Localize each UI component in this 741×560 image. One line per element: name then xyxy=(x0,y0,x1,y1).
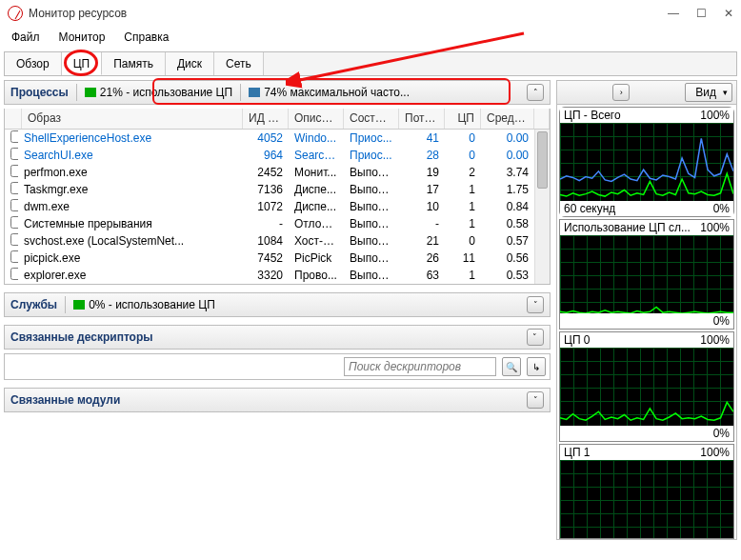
tab-network[interactable]: Сеть xyxy=(214,52,264,75)
table-row[interactable]: svchost.exe (LocalSystemNet...1084Хост-п… xyxy=(5,232,550,250)
col-image[interactable]: Образ xyxy=(22,109,243,129)
table-row[interactable]: ShellExperienceHost.exe4052Windo... Прио… xyxy=(5,130,550,147)
row-checkbox[interactable] xyxy=(10,182,18,194)
minimize-button[interactable]: — xyxy=(668,7,679,20)
services-title: Службы xyxy=(10,298,57,311)
table-row[interactable]: perfmon.exe2452Монит... Выпол...1923.74 xyxy=(5,164,550,181)
cpu-usage-chip: 21% - использование ЦП xyxy=(85,86,232,99)
titlebar: Монитор ресурсов — ☐ ✕ xyxy=(0,0,741,27)
expand-services-icon[interactable]: ˅ xyxy=(527,296,544,313)
processes-header[interactable]: Процессы 21% - использование ЦП 74% макс… xyxy=(4,80,551,105)
expand-handles-icon[interactable]: ˅ xyxy=(527,329,544,346)
col-pid[interactable]: ИД п... xyxy=(243,109,289,129)
menu-file[interactable]: Файл xyxy=(4,29,48,46)
tab-cpu[interactable]: ЦП xyxy=(62,52,103,75)
tab-disk[interactable]: Диск xyxy=(166,52,214,75)
scrollbar[interactable] xyxy=(534,130,550,284)
handles-search-row: 🔍 ↳ xyxy=(4,353,551,380)
menu-monitor[interactable]: Монитор xyxy=(51,29,113,46)
table-row[interactable]: Taskmgr.exe7136Диспе... Выпол...1711.75 xyxy=(5,181,550,198)
graph-0: ЦП - Всего100% 60 секунд0% xyxy=(559,107,734,217)
search-go-icon[interactable]: ↳ xyxy=(527,357,546,376)
table-row[interactable]: dwm.exe1072Диспе... Выпол...1010.84 xyxy=(5,198,550,215)
table-row[interactable]: explorer.exe3320Прово... Выпол...6310.53 xyxy=(5,267,550,284)
modules-header[interactable]: Связанные модули ˅ xyxy=(4,388,551,412)
menu-help[interactable]: Справка xyxy=(116,29,176,46)
services-chip: 0% - использование ЦП xyxy=(73,298,215,311)
collapse-graphs-icon[interactable]: › xyxy=(612,84,630,101)
processes-table: Образ ИД п... Описа... Состоя... Потоки … xyxy=(4,109,551,285)
maximize-button[interactable]: ☐ xyxy=(696,7,707,20)
graph-2: ЦП 0100% 0% xyxy=(559,331,734,442)
row-checkbox[interactable] xyxy=(10,216,18,229)
window-title: Монитор ресурсов xyxy=(29,7,127,20)
graphs-header: › Вид xyxy=(556,80,737,105)
graph-1: Использование ЦП сл...100% 0% xyxy=(559,219,734,330)
col-desc[interactable]: Описа... xyxy=(289,109,344,129)
row-checkbox[interactable] xyxy=(10,148,18,160)
view-button[interactable]: Вид xyxy=(685,83,732,102)
tabs: Обзор ЦП Память Диск Сеть xyxy=(4,51,737,76)
col-avg[interactable]: Средн... xyxy=(481,109,534,129)
col-cpu[interactable]: ЦП xyxy=(445,109,481,129)
app-icon xyxy=(8,6,23,21)
row-checkbox[interactable] xyxy=(10,250,18,263)
tab-overview[interactable]: Обзор xyxy=(5,52,62,75)
handles-title: Связанные дескрипторы xyxy=(10,330,153,344)
table-row[interactable]: SearchUI.exe964Search ... Приос...2800.0… xyxy=(5,147,550,164)
col-status[interactable]: Состоя... xyxy=(344,109,399,129)
tab-memory[interactable]: Память xyxy=(102,52,166,75)
search-input[interactable] xyxy=(344,357,496,376)
modules-title: Связанные модули xyxy=(10,393,120,407)
handles-header[interactable]: Связанные дескрипторы ˅ xyxy=(4,325,551,350)
row-checkbox[interactable] xyxy=(10,130,18,143)
table-row[interactable]: picpick.exe7452PicPick Выпол...26110.56 xyxy=(5,250,550,267)
col-threads[interactable]: Потоки xyxy=(399,109,445,129)
expand-modules-icon[interactable]: ˅ xyxy=(527,391,544,409)
search-icon[interactable]: 🔍 xyxy=(502,357,521,376)
row-checkbox[interactable] xyxy=(10,199,18,211)
collapse-processes-icon[interactable]: ˄ xyxy=(527,84,544,101)
table-row[interactable]: Системные прерывания-Отлож... Выпол...-1… xyxy=(5,215,550,232)
freq-chip: 74% максимальной часто... xyxy=(249,86,410,99)
row-checkbox[interactable] xyxy=(10,233,18,246)
graph-3: ЦП 1100% xyxy=(559,444,734,539)
menubar: Файл Монитор Справка xyxy=(0,27,741,48)
row-checkbox[interactable] xyxy=(10,165,18,177)
close-button[interactable]: ✕ xyxy=(724,7,733,20)
processes-title: Процессы xyxy=(10,86,69,99)
table-header: Образ ИД п... Описа... Состоя... Потоки … xyxy=(5,109,550,130)
row-checkbox[interactable] xyxy=(10,268,18,280)
services-header[interactable]: Службы 0% - использование ЦП ˅ xyxy=(4,292,551,317)
